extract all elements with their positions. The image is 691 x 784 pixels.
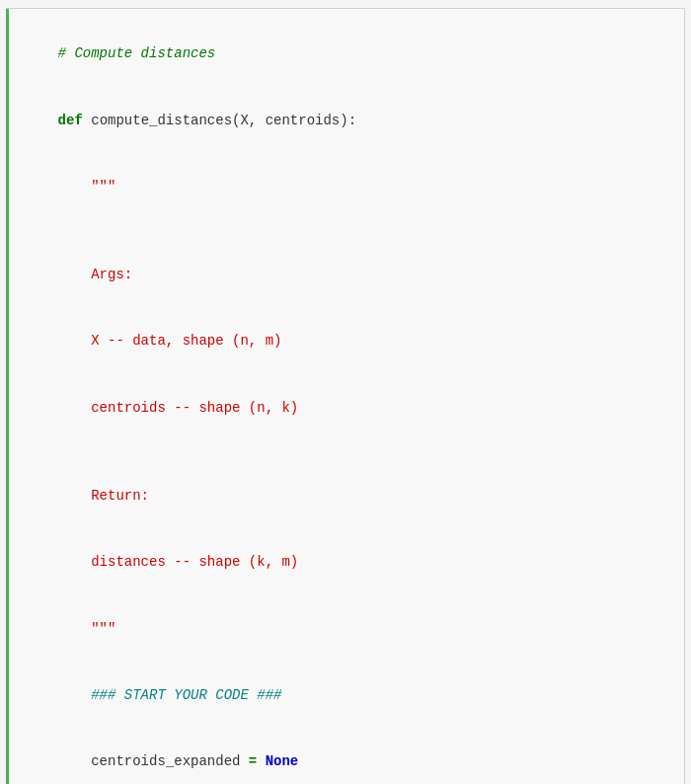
- line-return-label: Return:: [25, 463, 668, 529]
- line-centroids-expanded: centroids_expanded = None: [25, 729, 668, 785]
- line-distances-return: distances -- shape (k, m): [25, 529, 668, 595]
- line-centroids-arg: centroids -- shape (n, k): [25, 374, 668, 440]
- blank-line: [25, 440, 668, 462]
- line-def: def compute_distances(X, centroids):: [25, 87, 668, 153]
- line-comment-1: # Compute distances: [25, 21, 668, 87]
- blank-line: [25, 220, 668, 242]
- line-args: Args:: [25, 242, 668, 308]
- line-docstring-open: """: [25, 153, 668, 219]
- line-x-arg: X -- data, shape (n, m): [25, 308, 668, 374]
- code-block-1: # Compute distances def compute_distance…: [6, 8, 685, 784]
- line-start-code: ### START YOUR CODE ###: [25, 662, 668, 728]
- line-docstring-close: """: [25, 595, 668, 662]
